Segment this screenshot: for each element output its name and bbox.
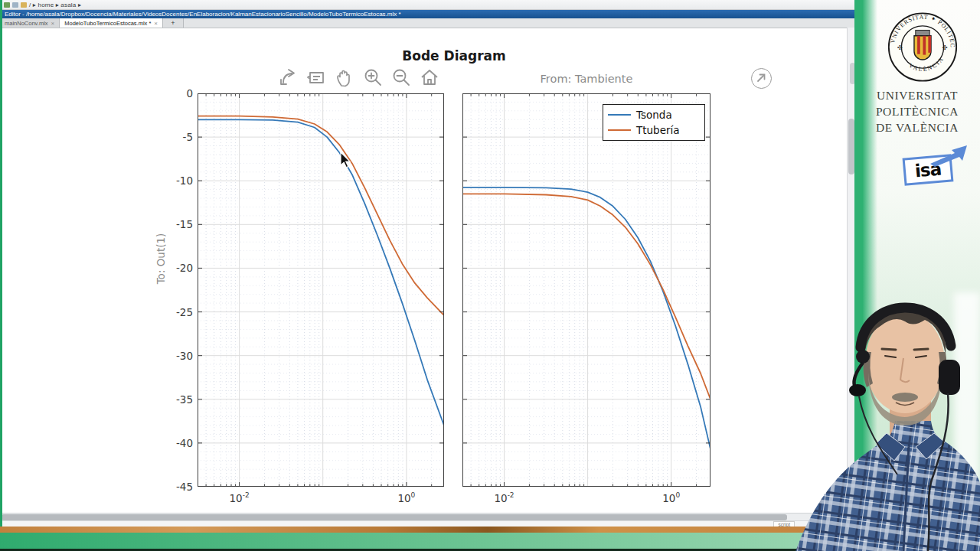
editor-tab-bar: mainNoConv.mlx × ModeloTuboTermicoEstoca… — [0, 18, 856, 28]
legend-entry[interactable]: Ttubería — [608, 122, 700, 138]
editor-title-bar: Editor - /home/asala/Dropbox/Docencia/Ma… — [0, 10, 856, 18]
matlab-editor-window: / ▸ home ▸ asala ▸ Editor - /home/asala/… — [0, 0, 857, 527]
y-tick-label: -20 — [165, 262, 193, 274]
upv-wordmark: UNIVERSITAT POLITÈCNICA DE VALÈNCIA — [859, 87, 975, 135]
export-icon[interactable] — [277, 67, 299, 88]
frame-left-edge — [0, 0, 2, 527]
headset-mic — [849, 384, 866, 396]
window-title: Editor - /home/asala/Dropbox/Docencia/Ma… — [5, 11, 401, 18]
vscroll-thumb[interactable] — [848, 119, 854, 174]
tab-label: ModeloTuboTermicoEstocas.mlx * — [64, 20, 151, 27]
y-tick-label: -5 — [165, 131, 193, 143]
tab-modelotubotermicoestocas[interactable]: ModeloTuboTermicoEstocas.mlx * × — [60, 18, 163, 28]
bode-plot-right[interactable] — [462, 93, 710, 487]
zoom-in-icon[interactable] — [362, 67, 384, 88]
close-icon[interactable]: × — [51, 20, 55, 27]
svg-text:✣: ✣ — [942, 44, 948, 51]
tab-label: mainNoConv.mlx — [5, 20, 48, 27]
up-folder-icon[interactable] — [12, 2, 18, 8]
folder-icon[interactable] — [21, 2, 27, 8]
plot-legend[interactable]: TsondaTtubería — [603, 104, 705, 141]
x-tick-label: 10-2 — [223, 491, 256, 504]
x-tick-label: 100 — [390, 491, 423, 504]
close-icon[interactable]: × — [154, 20, 158, 27]
svg-text:✣: ✣ — [897, 44, 903, 51]
x-tick-label: 100 — [655, 491, 688, 504]
back-folder-icon[interactable] — [4, 2, 10, 8]
breadcrumb[interactable]: / ▸ home ▸ asala ▸ — [29, 2, 81, 8]
tab-mainnoconv[interactable]: mainNoConv.mlx × — [0, 18, 60, 28]
headset-earcup — [939, 360, 960, 395]
y-tick-label: -15 — [165, 218, 193, 230]
legend-label: Ttubería — [636, 124, 680, 136]
lower-green-band — [0, 533, 856, 549]
y-tick-label: -35 — [165, 393, 193, 406]
y-tick-label: -25 — [165, 306, 193, 318]
figure-title: Bode Diagram — [198, 48, 710, 64]
datatips-icon[interactable] — [305, 67, 327, 88]
output-channel-label: To: Out(1) — [155, 167, 167, 350]
zoom-out-icon[interactable] — [390, 67, 412, 88]
webcam-view — [789, 282, 980, 551]
upv-seal-logo: VNIVERSITAT ✦ POLITÈCNICA VALÈNCIA ✣ ✣ — [887, 11, 958, 83]
popout-icon[interactable] — [751, 68, 772, 89]
legend-line-sample — [608, 114, 631, 116]
legend-entry[interactable]: Tsonda — [608, 107, 700, 122]
legend-line-sample — [608, 129, 631, 131]
y-tick-label: -45 — [165, 481, 193, 493]
upv-line1: UNIVERSITAT — [859, 87, 975, 103]
y-tick-label: 0 — [165, 87, 193, 99]
current-folder-bar[interactable]: / ▸ home ▸ asala ▸ — [0, 0, 856, 10]
pan-hand-icon[interactable] — [334, 67, 355, 88]
bode-plot-left[interactable] — [198, 93, 444, 487]
y-tick-label: -10 — [165, 174, 193, 187]
upv-line3: DE VALÈNCIA — [859, 119, 975, 135]
hscroll-thumb[interactable] — [2, 514, 787, 520]
wooden-desk-edge — [0, 527, 856, 533]
home-icon[interactable] — [419, 67, 440, 88]
figure-toolbar — [277, 67, 440, 88]
isa-arrow-icon — [929, 144, 969, 167]
y-tick-label: -30 — [165, 350, 193, 362]
legend-label: Tsonda — [636, 109, 672, 121]
y-tick-label: -40 — [165, 437, 193, 449]
video-frame: / ▸ home ▸ asala ▸ Editor - /home/asala/… — [0, 0, 980, 551]
mouse-cursor — [340, 152, 352, 168]
upv-line2: POLITÈCNICA — [859, 103, 975, 119]
new-tab-button[interactable]: + — [163, 18, 184, 28]
x-tick-label: 10-2 — [488, 491, 521, 504]
from-tambiente-label: From: Tambiente — [462, 73, 710, 85]
